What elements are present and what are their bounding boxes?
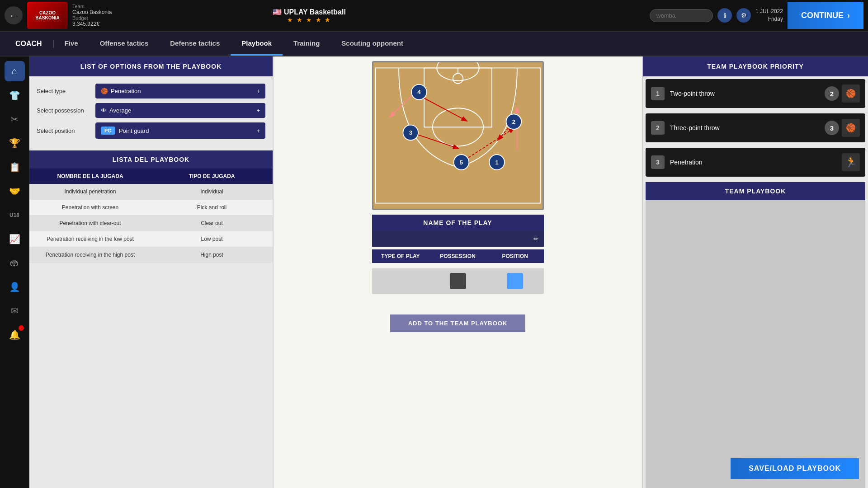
pg-badge: PG [101, 127, 115, 135]
list-options-header: LIST OF OPTIONS FROM THE PLAYBOOK [29, 56, 273, 76]
position-value [486, 268, 544, 294]
play-type: Individual [151, 188, 273, 195]
filter-type-icon: 🏀 [101, 88, 108, 94]
settings-icon: ⚙ [741, 12, 747, 19]
filter-possession-row: Select possession 👁 Average + [37, 103, 265, 118]
tab-scouting[interactable]: Scouting opponent [330, 32, 414, 56]
play-type: Pick and roll [151, 204, 273, 211]
play-name: Penetration with clear-out [29, 220, 151, 226]
sidebar: ⌂ 👕 ✂ 🏆 📋 🤝 U18 📈 🏟 👤 ✉ 🔔 ! [0, 56, 29, 488]
svg-text:2: 2 [512, 118, 515, 125]
lista-header: LISTA DEL PLAYBOOK [29, 150, 273, 169]
add-to-playbook-button[interactable]: ADD TO THE TEAM PLAYBOOK [390, 314, 526, 332]
main-content: LIST OF OPTIONS FROM THE PLAYBOOK Select… [29, 56, 868, 488]
filter-possession-plus: + [256, 107, 260, 114]
info-button[interactable]: ℹ [717, 8, 732, 23]
continue-button[interactable]: CONTINUE › [788, 2, 863, 29]
tab-defense[interactable]: Defense tactics [159, 32, 231, 56]
table-row[interactable]: Penetration with screen Pick and roll [29, 200, 273, 216]
sidebar-item-chart[interactable]: 📈 [5, 229, 25, 249]
tab-playbook[interactable]: Playbook [231, 32, 283, 56]
table-row[interactable]: Penetration receiving in the low post Lo… [29, 231, 273, 247]
play-name-input-row[interactable]: ✏ [372, 231, 544, 247]
priority-icon-3: 🏃 [842, 153, 860, 171]
edit-icon[interactable]: ✏ [533, 235, 538, 242]
team-label: Team [72, 4, 112, 9]
sidebar-item-table[interactable]: 📋 [5, 157, 25, 177]
filter-type-row: Select type 🏀 Penetration + [37, 84, 265, 99]
league-info: 🇺🇸 UPLAY Basketball ★ ★ ★ ★ ★ [273, 8, 345, 23]
priority-rank-2: 2 [651, 121, 665, 135]
play-name: Individual penetration [29, 188, 151, 195]
priority-name-1: Two-point throw [670, 90, 819, 97]
sidebar-item-notification[interactable]: 🔔 ! [5, 324, 25, 345]
info-icon: ℹ [724, 12, 726, 19]
table-row[interactable]: Penetration with clear-out Clear out [29, 216, 273, 231]
possession-value [429, 268, 486, 294]
filter-type-plus: + [256, 88, 260, 94]
filter-possession-label: Select possession [37, 107, 95, 114]
filter-type-value: Penetration [111, 88, 256, 94]
possession-box [450, 273, 466, 289]
sidebar-item-trophy[interactable]: 🏆 [5, 133, 25, 153]
priority-badge-1: 2 [825, 86, 839, 101]
sidebar-item-tactics[interactable]: ✂ [5, 109, 25, 129]
sidebar-item-jersey[interactable]: 👕 [5, 85, 25, 105]
priority-item-1: 1 Two-point throw 2 🏀 [646, 79, 865, 108]
tab-offense[interactable]: Offense tactics [89, 32, 160, 56]
priority-rank-3: 3 [651, 155, 665, 169]
notification-badge: ! [19, 325, 24, 331]
filter-position-select[interactable]: PG Point guard + [95, 122, 265, 139]
play-type: High post [151, 252, 273, 258]
search-input[interactable] [650, 9, 713, 22]
tab-five[interactable]: Five [54, 32, 89, 56]
play-name-header: NAME OF THE PLAY [372, 215, 544, 231]
budget-label: Budget [72, 15, 112, 21]
priority-item-2: 2 Three-point throw 3 🏀 [646, 113, 865, 142]
filter-position-label: Select position [37, 127, 95, 134]
priority-icon-2: 🏀 [842, 119, 860, 137]
basketball-court: 4 2 3 5 1 [372, 61, 544, 210]
col-name-header: NOMBRE DE LA JUGADA [29, 173, 151, 179]
back-icon: ← [9, 10, 18, 21]
sidebar-item-mail[interactable]: ✉ [5, 300, 25, 321]
center-panel: 4 2 3 5 1 NAME OF THE PLAY ✏ TYPE OF PLA… [274, 56, 642, 488]
position-header: POSITION [486, 249, 544, 263]
team-playbook-area [646, 200, 865, 488]
save-load-playbook-button[interactable]: SAVE/LOAD PLAYBOOK [731, 458, 859, 479]
sidebar-item-u18[interactable]: U18 [5, 205, 25, 225]
filter-possession-value: Average [109, 107, 256, 114]
priority-item-3: 3 Penetration 🏃 [646, 148, 865, 177]
priority-header: TEAM PLAYBOOK PRIORITY [643, 56, 868, 76]
type-of-play-header: TYPE OF PLAY [372, 249, 429, 263]
table-header: NOMBRE DE LA JUGADA TIPO DE JUGADA [29, 169, 273, 184]
filter-type-select[interactable]: 🏀 Penetration + [95, 84, 265, 99]
priority-name-3: Penetration [670, 159, 836, 166]
filter-position-row: Select position PG Point guard + [37, 122, 265, 139]
filter-possession-select[interactable]: 👁 Average + [95, 103, 265, 118]
table-row[interactable]: Individual penetration Individual [29, 184, 273, 200]
plays-table: Individual penetration Individual Penetr… [29, 184, 273, 263]
play-type: Clear out [151, 220, 273, 226]
table-row[interactable]: Penetration receiving in the high post H… [29, 247, 273, 263]
tab-training[interactable]: Training [283, 32, 330, 56]
team-stars: ★ ★ ★ ★ ★ [287, 16, 332, 23]
play-attrs-values [372, 268, 544, 294]
settings-button[interactable]: ⚙ [736, 8, 751, 23]
priority-badge-2: 3 [825, 121, 839, 135]
svg-text:5: 5 [459, 159, 462, 166]
nav-tabs: COACH Five Offense tactics Defense tacti… [0, 32, 868, 56]
priority-icon-1: 🏀 [842, 84, 860, 103]
topbar-right: ℹ ⚙ 1 JUL 2022 Friday CONTINUE › [650, 2, 863, 29]
sidebar-item-stadium[interactable]: 🏟 [5, 253, 25, 273]
sidebar-item-handshake[interactable]: 🤝 [5, 181, 25, 201]
sidebar-item-profile[interactable]: 👤 [5, 277, 25, 297]
filter-section: Select type 🏀 Penetration + Select posse… [29, 76, 273, 150]
league-name: 🇺🇸 UPLAY Basketball [273, 8, 345, 16]
team-info: Team Cazoo Baskonia Budget 3.345.922€ [72, 4, 112, 27]
sidebar-item-home[interactable]: ⌂ [5, 61, 25, 81]
back-button[interactable]: ← [5, 6, 23, 24]
date-display: 1 JUL 2022 Friday [755, 8, 783, 23]
svg-text:1: 1 [495, 159, 498, 166]
play-name: Penetration receiving in the low post [29, 236, 151, 242]
